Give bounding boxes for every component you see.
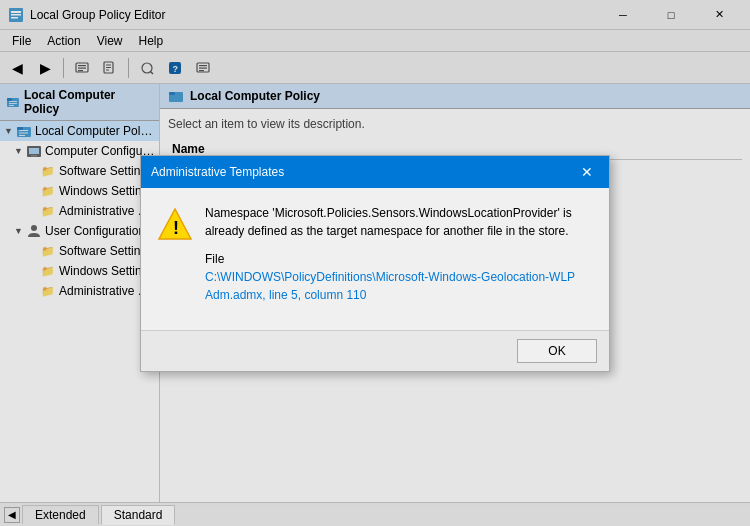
- ok-button[interactable]: OK: [517, 339, 597, 363]
- file-label: File: [205, 252, 224, 266]
- modal-overlay: Administrative Templates ✕ ! Namespace '…: [0, 0, 750, 526]
- file-path: C:\WINDOWS\PolicyDefinitions\Microsoft-W…: [205, 270, 575, 302]
- warning-icon: !: [157, 206, 193, 314]
- modal-close-button[interactable]: ✕: [575, 162, 599, 182]
- modal-body: ! Namespace 'Microsoft.Policies.Sensors.…: [141, 188, 609, 330]
- modal-file-info: File C:\WINDOWS\PolicyDefinitions\Micros…: [205, 250, 593, 304]
- svg-text:!: !: [173, 218, 179, 238]
- modal-footer: OK: [141, 330, 609, 371]
- modal-dialog: Administrative Templates ✕ ! Namespace '…: [140, 155, 610, 372]
- modal-title: Administrative Templates: [151, 165, 284, 179]
- modal-text-content: Namespace 'Microsoft.Policies.Sensors.Wi…: [205, 204, 593, 314]
- modal-title-bar: Administrative Templates ✕: [141, 156, 609, 188]
- modal-message: Namespace 'Microsoft.Policies.Sensors.Wi…: [205, 204, 593, 240]
